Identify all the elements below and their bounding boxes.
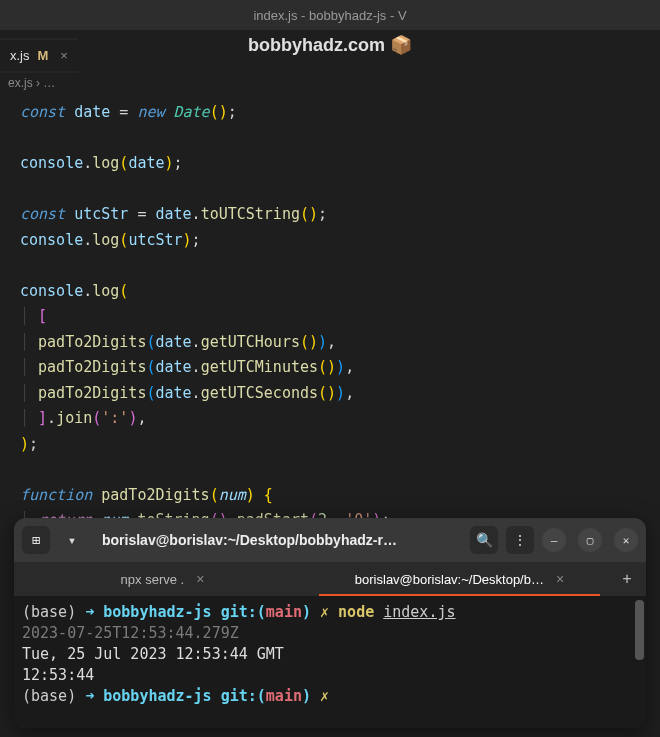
terminal-title: borislav@borislav:~/Desktop/bobbyhadz-r… (94, 532, 462, 548)
window-title: index.js - bobbyhadz-js - V (253, 8, 406, 23)
search-button[interactable]: 🔍 (470, 526, 498, 554)
terminal-output: 12:53:44 (22, 665, 638, 686)
search-icon: 🔍 (476, 532, 493, 548)
terminal-body[interactable]: (base) ➜ bobbyhadz-js git:(main) ✗ node … (14, 596, 646, 728)
menu-button[interactable]: ⋮ (506, 526, 534, 554)
terminal-output: 2023-07-25T12:53:44.279Z (22, 623, 638, 644)
maximize-icon: ▢ (587, 534, 594, 547)
terminal-tab-1[interactable]: npx serve . × (14, 562, 311, 596)
plus-icon: + (622, 570, 631, 588)
watermark: bobbyhadz.com 📦 (0, 30, 660, 60)
terminal-tab-2[interactable]: borislav@borislav:~/Desktop/b… × (311, 562, 608, 596)
terminal-output: Tue, 25 Jul 2023 12:53:44 GMT (22, 644, 638, 665)
code-editor[interactable]: const date = new Date(); console.log(dat… (0, 94, 660, 565)
plus-icon: ⊞ (32, 532, 40, 548)
tab-filename: x.js (10, 48, 30, 63)
tab-modified-indicator: M (38, 48, 49, 63)
close-icon: ✕ (623, 534, 630, 547)
editor-tab-bar: x.js M × (0, 38, 78, 73)
close-icon[interactable]: × (60, 48, 68, 63)
terminal-window: ⊞ ▾ borislav@borislav:~/Desktop/bobbyhad… (14, 518, 646, 728)
close-icon[interactable]: × (196, 571, 204, 587)
menu-icon: ⋮ (513, 532, 527, 548)
terminal-tab-bar: npx serve . × borislav@borislav:~/Deskto… (14, 562, 646, 596)
minimize-button[interactable]: — (542, 528, 566, 552)
dropdown-button[interactable]: ▾ (58, 526, 86, 554)
terminal-line: (base) ➜ bobbyhadz-js git:(main) ✗ (22, 686, 638, 707)
terminal-line: (base) ➜ bobbyhadz-js git:(main) ✗ node … (22, 602, 638, 623)
chevron-down-icon: ▾ (68, 532, 76, 548)
close-icon[interactable]: × (556, 571, 564, 587)
scrollbar[interactable] (635, 600, 644, 660)
new-tab-button[interactable]: ⊞ (22, 526, 50, 554)
breadcrumb[interactable]: ex.js › … (0, 72, 660, 94)
close-button[interactable]: ✕ (614, 528, 638, 552)
window-title-bar: index.js - bobbyhadz-js - V (0, 0, 660, 30)
add-tab-button[interactable]: + (608, 562, 646, 596)
maximize-button[interactable]: ▢ (578, 528, 602, 552)
terminal-header: ⊞ ▾ borislav@borislav:~/Desktop/bobbyhad… (14, 518, 646, 562)
minimize-icon: — (551, 534, 558, 547)
editor-tab[interactable]: x.js M × (0, 40, 78, 71)
